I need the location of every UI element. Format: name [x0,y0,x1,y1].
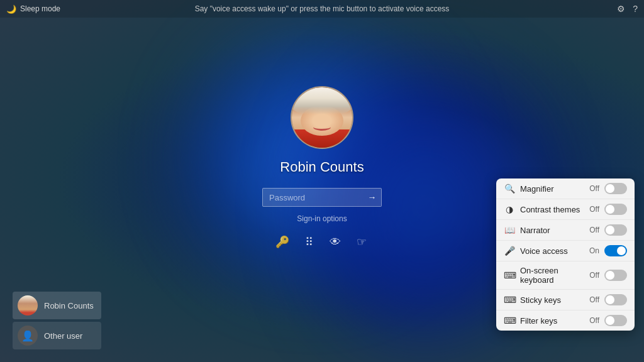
access-toggle-0[interactable] [604,183,627,194]
access-right-5: Off [589,294,627,305]
access-row-magnifier: 🔍 Magnifier Off [496,178,635,199]
access-label-1: Contrast themes [520,205,580,214]
access-row-filter-keys: ⌨ Filter keys Off [496,310,635,331]
user-name-other: Other user [44,331,82,341]
pin-icon[interactable]: ⠿ [300,233,318,251]
sleep-mode-button[interactable]: 🌙 Sleep mode [6,4,60,14]
toggle-thumb-1 [606,205,614,214]
access-label-2: Narrator [520,226,550,235]
toggle-thumb-0 [606,184,614,193]
access-toggle-3[interactable] [604,245,627,256]
access-status-2: Off [589,226,599,234]
password-row: → [262,188,382,207]
signin-options-link[interactable]: Sign-in options [297,214,347,223]
password-submit-button[interactable]: → [363,188,382,207]
topbar-actions: ⚙ ? [617,4,638,14]
access-right-2: Off [589,224,627,236]
access-status-4: Off [589,271,599,280]
access-left-6: ⌨ Filter keys [504,315,557,326]
toggle-thumb-5 [606,295,614,304]
access-icon-3: 🎤 [504,246,515,256]
avatar [291,86,353,149]
login-area: Robin Counts → Sign-in options 🔑 ⠿ 👁 ☞ [262,86,382,251]
access-left-5: ⌨ Sticky keys [504,295,561,305]
access-icon-1: ◑ [504,204,515,214]
access-row-narrator: 📖 Narrator Off [496,220,635,241]
access-status-1: Off [589,205,599,214]
user-item-other[interactable]: 👤 Other user [13,322,101,349]
access-status-3: On [589,246,599,255]
moon-icon: 🌙 [6,4,16,14]
user-name-robin: Robin Counts [44,301,94,310]
user-avatar-robin [18,295,38,315]
access-left-2: 📖 Narrator [504,225,550,235]
password-input[interactable] [262,188,363,207]
toggle-thumb-4 [606,271,614,280]
user-list: Robin Counts 👤 Other user [13,292,101,349]
access-left-4: ⌨ On-screen keyboard [504,266,589,285]
access-icon-6: ⌨ [504,315,515,326]
key-icon[interactable]: 🔑 [274,233,291,251]
access-status-0: Off [589,184,599,193]
access-status-5: Off [589,295,599,304]
access-right-6: Off [589,315,627,326]
access-label-6: Filter keys [520,316,557,326]
user-avatar-other-img: 👤 [18,326,38,346]
access-toggle-4[interactable] [604,270,627,281]
access-status-6: Off [589,316,599,325]
toggle-thumb-2 [606,226,614,234]
access-toggle-2[interactable] [604,224,627,236]
access-row-contrast-themes: ◑ Contrast themes Off [496,199,635,220]
toggle-thumb-3 [617,246,626,255]
access-toggle-1[interactable] [604,204,627,215]
face-icon[interactable]: 👁 [326,233,344,251]
access-label-5: Sticky keys [520,295,561,305]
access-label-3: Voice access [520,246,568,256]
access-left-3: 🎤 Voice access [504,246,568,256]
toggle-thumb-6 [606,316,614,325]
access-left-0: 🔍 Magnifier [504,184,553,194]
access-right-4: Off [589,270,627,281]
avatar-image [292,87,352,148]
access-right-0: Off [589,183,627,194]
access-icon-0: 🔍 [504,184,515,194]
accessibility-panel: 🔍 Magnifier Off ◑ Contrast themes Off [496,178,635,331]
user-avatar-other: 👤 [18,326,38,346]
voice-hint: Say "voice access wake up" or press the … [195,4,450,13]
user-item-robin[interactable]: Robin Counts [13,292,101,319]
access-right-1: Off [589,204,627,215]
fingerprint-icon[interactable]: ☞ [353,233,370,251]
access-icon-5: ⌨ [504,295,515,305]
access-row-on-screen-keyboard: ⌨ On-screen keyboard Off [496,261,635,290]
help-icon[interactable]: ? [633,4,638,14]
username-label: Robin Counts [280,159,364,175]
access-icon-2: 📖 [504,225,515,235]
access-row-sticky-keys: ⌨ Sticky keys Off [496,290,635,310]
access-right-3: On [589,245,627,256]
sleep-label: Sleep mode [20,4,60,13]
topbar: 🌙 Sleep mode Say "voice access wake up" … [0,0,644,18]
access-left-1: ◑ Contrast themes [504,204,580,214]
access-row-voice-access: 🎤 Voice access On [496,241,635,261]
access-toggle-5[interactable] [604,294,627,305]
access-toggle-6[interactable] [604,315,627,326]
access-label-4: On-screen keyboard [520,266,589,285]
user-avatar-robin-img [18,295,38,315]
signin-icons-row: 🔑 ⠿ 👁 ☞ [274,233,370,251]
access-label-0: Magnifier [520,184,553,194]
settings-icon[interactable]: ⚙ [617,4,625,14]
access-icon-4: ⌨ [504,270,515,280]
